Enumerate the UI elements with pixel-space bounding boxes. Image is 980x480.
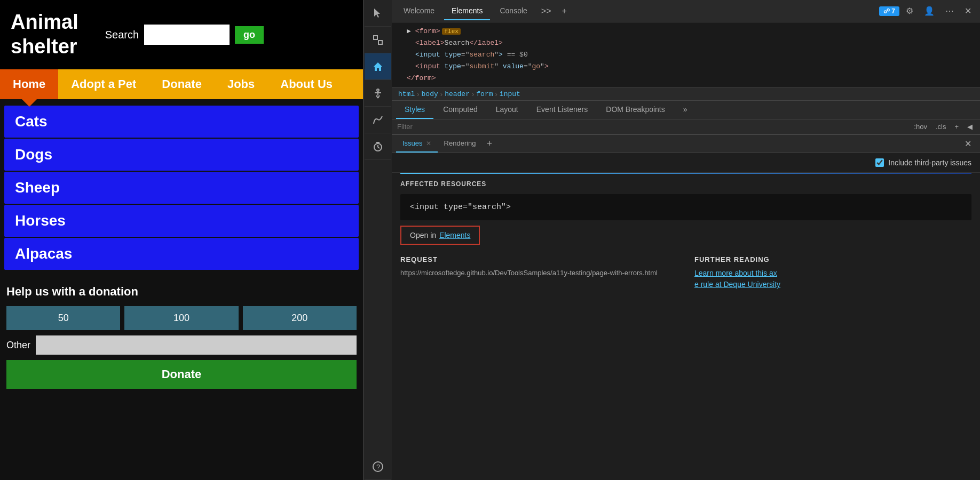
request-url: https://microsoftedge.github.io/DevTools… (400, 268, 677, 278)
third-party-row: Include third-party issues (392, 153, 980, 173)
more-tabs-icon[interactable]: >> (537, 4, 556, 18)
accessibility-icon[interactable] (365, 80, 391, 107)
filter-buttons: :hov .cls + ◀ (912, 122, 975, 132)
inspect-icon[interactable] (365, 27, 391, 53)
code-snippet: <input type="search"> (410, 203, 511, 212)
breadcrumb-body[interactable]: body (422, 90, 438, 98)
user-icon[interactable]: 👤 (920, 4, 939, 18)
styles-filter-bar: :hov .cls + ◀ (392, 119, 980, 134)
animal-dogs[interactable]: Dogs (4, 139, 359, 171)
tab-console[interactable]: Console (492, 2, 534, 20)
search-form: Search go (105, 25, 264, 45)
dom-form-line[interactable]: ▶ <form>flex (398, 26, 974, 37)
request-column: REQUEST https://microsoftedge.github.io/… (400, 255, 677, 290)
donation-title: Help us with a donation (6, 285, 357, 299)
devtools-panel: Welcome Elements Console >> + ☍ 7 ⚙ 👤 ⋯ … (392, 0, 980, 480)
third-party-label[interactable]: Include third-party issues (888, 158, 971, 167)
styles-tab-more[interactable]: » (675, 101, 696, 119)
nav-home[interactable]: Home (0, 69, 58, 99)
tab-rendering[interactable]: Rendering (438, 135, 483, 153)
affected-resources-section: AFFECTED RESOURCES <input type="search">… (392, 173, 980, 299)
further-link[interactable]: Learn more about this ax e rule at Deque… (694, 269, 780, 289)
styles-tab-dom-breakpoints[interactable]: DOM Breakpoints (597, 101, 673, 119)
menu-icon[interactable]: ⋯ (941, 4, 958, 18)
open-in-text: Open in (410, 231, 436, 239)
site-header: Animal shelter Search go (0, 0, 363, 69)
tab-welcome[interactable]: Welcome (396, 2, 442, 20)
dom-form-close-line[interactable]: </form> (398, 73, 974, 84)
site-panel: Animal shelter Search go Home Adopt a Pe… (0, 0, 363, 480)
open-in-elements[interactable]: Open in Elements (400, 226, 480, 245)
nav-donate[interactable]: Donate (149, 69, 215, 99)
third-party-checkbox[interactable] (875, 158, 884, 167)
breadcrumb-form[interactable]: form (476, 90, 493, 98)
styles-tabs: Styles Computed Layout Event Listeners D… (392, 101, 980, 119)
performance-icon[interactable] (365, 107, 391, 133)
donation-amounts: 50 100 200 (6, 306, 357, 330)
blue-separator (400, 173, 971, 174)
nav-about[interactable]: About Us (267, 69, 345, 99)
breadcrumb-html[interactable]: html (398, 90, 415, 98)
issues-content: Include third-party issues AFFECTED RESO… (392, 153, 980, 480)
cls-button[interactable]: .cls (934, 122, 949, 132)
cursor-icon[interactable] (365, 0, 391, 27)
dom-input-search-line[interactable]: <input type="search"> == $0 (398, 49, 974, 61)
svg-text:?: ? (376, 463, 380, 471)
issues-badge[interactable]: ☍ 7 (879, 6, 899, 16)
close-issues-tab[interactable]: ✕ (426, 140, 431, 147)
animal-sheep[interactable]: Sheep (4, 172, 359, 204)
rendering-label: Rendering (444, 139, 476, 147)
devtools-sidebar: ? (363, 0, 392, 480)
svg-rect-0 (374, 36, 377, 39)
donate-button[interactable]: Donate (6, 360, 357, 389)
donation-200[interactable]: 200 (243, 306, 357, 330)
nav-bar: Home Adopt a Pet Donate Jobs About Us (0, 69, 363, 99)
request-title: REQUEST (400, 255, 677, 263)
close-bottom-panel-icon[interactable]: ✕ (960, 137, 976, 151)
help-icon[interactable]: ? (365, 453, 391, 480)
breadcrumb-input[interactable]: input (500, 90, 520, 98)
svg-rect-1 (378, 41, 382, 44)
svg-line-6 (378, 95, 380, 98)
hov-button[interactable]: :hov (912, 122, 929, 132)
affected-title: AFFECTED RESOURCES (400, 180, 971, 188)
search-button[interactable]: go (235, 26, 264, 44)
timer-icon[interactable] (365, 133, 391, 160)
donation-50[interactable]: 50 (6, 306, 120, 330)
add-style-button[interactable]: + (952, 122, 961, 132)
tab-issues[interactable]: Issues ✕ (396, 135, 438, 153)
home-icon[interactable] (365, 53, 391, 80)
dom-label-line[interactable]: <label>Search</label> (398, 37, 974, 49)
animal-alpacas[interactable]: Alpacas (4, 238, 359, 270)
add-tab-icon[interactable]: + (558, 4, 571, 18)
donation-other-input[interactable] (36, 335, 357, 355)
toggle-sidebar-button[interactable]: ◀ (965, 122, 975, 132)
breadcrumb-header[interactable]: header (445, 90, 470, 98)
dom-tree: ▶ <form>flex <label>Search</label> <inpu… (392, 22, 980, 88)
nav-jobs[interactable]: Jobs (215, 69, 267, 99)
site-title: Animal shelter (11, 10, 78, 59)
donation-100[interactable]: 100 (124, 306, 238, 330)
animal-horses[interactable]: Horses (4, 205, 359, 237)
tab-elements[interactable]: Elements (444, 2, 490, 20)
add-bottom-tab-icon[interactable]: + (483, 136, 497, 151)
settings-icon[interactable]: ⚙ (902, 4, 918, 18)
two-columns: REQUEST https://microsoftedge.github.io/… (400, 255, 971, 290)
styles-tab-event-listeners[interactable]: Event Listeners (528, 101, 597, 119)
styles-tab-styles[interactable]: Styles (396, 101, 433, 119)
dom-input-submit-line[interactable]: <input type="submit" value="go"> (398, 61, 974, 73)
donation-section: Help us with a donation 50 100 200 Other… (0, 276, 363, 397)
donation-other-label: Other (6, 340, 30, 351)
styles-filter-input[interactable] (397, 123, 907, 131)
affected-code-block: <input type="search"> (400, 194, 971, 220)
search-input[interactable] (144, 25, 230, 45)
styles-tab-computed[interactable]: Computed (434, 101, 486, 119)
donation-other-row: Other (6, 335, 357, 355)
further-title: FURTHER READING (694, 255, 971, 263)
animal-cats[interactable]: Cats (4, 106, 359, 138)
nav-adopt[interactable]: Adopt a Pet (58, 69, 149, 99)
open-in-link[interactable]: Elements (439, 231, 470, 239)
search-label: Search (105, 29, 139, 41)
close-devtools-icon[interactable]: ✕ (960, 4, 976, 18)
styles-tab-layout[interactable]: Layout (487, 101, 527, 119)
